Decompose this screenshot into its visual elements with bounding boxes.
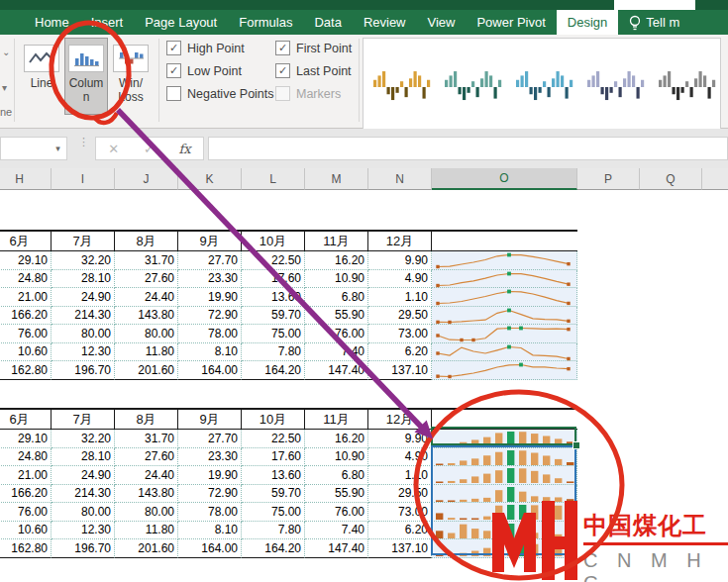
column-header-partial[interactable] bbox=[702, 168, 728, 190]
month-header-cell[interactable]: 10月 bbox=[242, 410, 305, 429]
value-cell[interactable]: 196.70 bbox=[52, 539, 115, 558]
value-cell[interactable]: 13.60 bbox=[242, 466, 305, 485]
line-sparkline-button[interactable]: Line bbox=[20, 38, 63, 115]
value-cell[interactable]: 143.80 bbox=[115, 307, 178, 326]
value-cell[interactable]: 72.90 bbox=[178, 485, 242, 504]
value-cell[interactable]: 29.50 bbox=[368, 485, 432, 504]
value-cell[interactable]: 28.10 bbox=[52, 270, 115, 289]
value-cell[interactable]: 196.70 bbox=[52, 361, 115, 380]
checkbox-box[interactable]: ✓ bbox=[166, 41, 181, 55]
value-cell[interactable]: 17.60 bbox=[242, 270, 305, 289]
value-cell[interactable]: 164.20 bbox=[242, 361, 305, 380]
checkbox-box[interactable]: ✓ bbox=[275, 41, 290, 55]
value-cell[interactable]: 76.00 bbox=[305, 503, 368, 522]
value-cell[interactable]: 10.90 bbox=[305, 448, 368, 467]
value-cell[interactable]: 214.30 bbox=[52, 307, 115, 326]
value-cell[interactable]: 10.90 bbox=[305, 270, 368, 289]
month-header-cell[interactable]: 7月 bbox=[52, 410, 115, 429]
checkbox-box[interactable]: ✓ bbox=[166, 63, 181, 78]
value-cell[interactable]: 78.00 bbox=[178, 325, 242, 343]
value-cell[interactable]: 76.00 bbox=[305, 325, 368, 343]
checkbox-box[interactable] bbox=[166, 86, 181, 101]
value-cell[interactable]: 73.00 bbox=[368, 503, 432, 522]
style-preview-style-teal[interactable] bbox=[443, 66, 504, 110]
value-cell[interactable]: 10.60 bbox=[0, 522, 52, 540]
month-header-cell[interactable]: 7月 bbox=[52, 232, 115, 250]
tab-review[interactable]: Review bbox=[353, 10, 417, 35]
value-cell[interactable]: 8.10 bbox=[178, 522, 242, 540]
checkbox-box[interactable]: ✓ bbox=[275, 63, 290, 78]
month-header-cell[interactable]: 6月 bbox=[0, 232, 52, 250]
value-cell[interactable]: 7.40 bbox=[305, 522, 368, 540]
tab-power-pivot[interactable]: Power Pivot bbox=[466, 10, 556, 35]
sparkline-cell[interactable] bbox=[432, 343, 577, 362]
value-cell[interactable]: 12.30 bbox=[52, 343, 115, 362]
value-cell[interactable]: 22.50 bbox=[242, 251, 305, 270]
value-cell[interactable]: 80.00 bbox=[115, 503, 178, 522]
value-cell[interactable]: 1.10 bbox=[368, 466, 432, 485]
value-cell[interactable]: 27.60 bbox=[115, 270, 178, 289]
cancel-icon[interactable]: ✕ bbox=[108, 142, 119, 156]
value-cell[interactable]: 21.00 bbox=[0, 466, 52, 485]
value-cell[interactable]: 24.80 bbox=[0, 270, 52, 289]
value-cell[interactable]: 32.20 bbox=[52, 430, 115, 448]
value-cell[interactable]: 19.90 bbox=[178, 288, 242, 307]
value-cell[interactable]: 24.80 bbox=[0, 448, 52, 467]
sparkline-cell[interactable] bbox=[432, 307, 577, 326]
month-header-cell[interactable]: 9月 bbox=[178, 232, 242, 250]
month-header-cell[interactable]: 8月 bbox=[115, 410, 178, 429]
enter-icon[interactable]: ✓ bbox=[144, 142, 155, 156]
value-cell[interactable]: 147.40 bbox=[305, 539, 368, 558]
value-cell[interactable]: 27.70 bbox=[178, 430, 242, 448]
value-cell[interactable]: 80.00 bbox=[52, 325, 115, 343]
value-cell[interactable]: 1.10 bbox=[368, 288, 432, 307]
style-preview-style-lavender[interactable] bbox=[585, 66, 647, 110]
value-cell[interactable]: 10.60 bbox=[0, 343, 52, 362]
month-header-cell[interactable]: 10月 bbox=[242, 232, 305, 250]
value-cell[interactable]: 137.10 bbox=[368, 361, 432, 380]
value-cell[interactable]: 11.80 bbox=[115, 343, 178, 362]
month-header-cell[interactable]: 9月 bbox=[178, 410, 242, 429]
value-cell[interactable]: 147.40 bbox=[305, 361, 368, 380]
value-cell[interactable]: 19.90 bbox=[178, 466, 242, 485]
value-cell[interactable]: 6.20 bbox=[368, 343, 432, 362]
sparkline-cell[interactable] bbox=[432, 361, 577, 380]
value-cell[interactable]: 55.90 bbox=[305, 485, 368, 504]
value-cell[interactable]: 29.10 bbox=[0, 430, 52, 448]
checkbox-high-point[interactable]: ✓High Point bbox=[166, 41, 245, 55]
value-cell[interactable]: 75.00 bbox=[242, 325, 305, 343]
value-cell[interactable]: 72.90 bbox=[178, 307, 242, 326]
value-cell[interactable]: 7.80 bbox=[242, 343, 305, 362]
tab-formulas[interactable]: Formulas bbox=[228, 10, 303, 35]
column-header-L[interactable]: L bbox=[242, 168, 305, 190]
month-header-cell[interactable]: 11月 bbox=[305, 410, 368, 429]
value-cell[interactable]: 59.70 bbox=[242, 485, 305, 504]
tab-tell-m[interactable]: Tell m bbox=[618, 10, 690, 35]
sparkline-cell[interactable] bbox=[432, 288, 577, 307]
column-header-O[interactable]: O bbox=[432, 168, 577, 190]
value-cell[interactable]: 162.80 bbox=[0, 539, 52, 558]
month-header-cell[interactable]: 12月 bbox=[368, 410, 432, 429]
checkbox-negative-points[interactable]: Negative Points bbox=[166, 86, 274, 101]
value-cell[interactable]: 78.00 bbox=[178, 503, 242, 522]
style-preview-style-gray[interactable] bbox=[657, 66, 718, 110]
value-cell[interactable]: 76.00 bbox=[0, 325, 52, 343]
column-header-Q[interactable]: Q bbox=[640, 168, 702, 190]
value-cell[interactable]: 12.30 bbox=[52, 522, 115, 540]
value-cell[interactable]: 164.00 bbox=[178, 539, 242, 558]
value-cell[interactable]: 29.10 bbox=[0, 251, 52, 270]
value-cell[interactable]: 201.60 bbox=[115, 539, 178, 558]
style-preview-style-blue[interactable] bbox=[514, 66, 575, 110]
column-header-M[interactable]: M bbox=[305, 168, 368, 190]
value-cell[interactable]: 22.50 bbox=[242, 430, 305, 448]
value-cell[interactable]: 24.40 bbox=[115, 466, 178, 485]
value-cell[interactable]: 73.00 bbox=[368, 325, 432, 343]
value-cell[interactable]: 27.70 bbox=[178, 251, 242, 270]
value-cell[interactable]: 23.30 bbox=[178, 270, 242, 289]
column-header-K[interactable]: K bbox=[178, 168, 242, 190]
value-cell[interactable]: 27.60 bbox=[115, 448, 178, 467]
value-cell[interactable]: 9.90 bbox=[368, 251, 432, 270]
month-header-cell[interactable]: 11月 bbox=[305, 232, 368, 250]
tab-data[interactable]: Data bbox=[303, 10, 352, 35]
value-cell[interactable]: 75.00 bbox=[242, 503, 305, 522]
